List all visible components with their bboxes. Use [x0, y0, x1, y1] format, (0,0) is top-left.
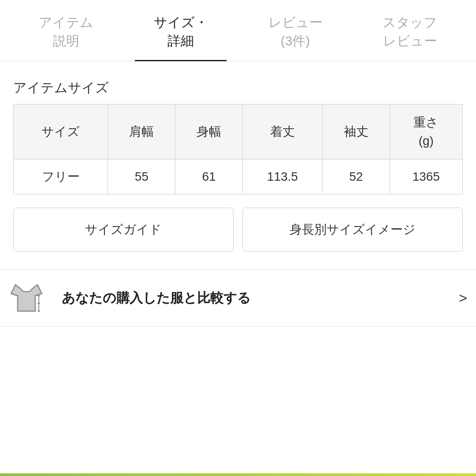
tab-staff-review[interactable]: スタッフレビュー	[353, 0, 467, 61]
tab-review[interactable]: レビュー(3件)	[238, 0, 353, 61]
compare-section[interactable]: あなたの購入した服と比較する >	[0, 269, 476, 327]
cell-weight: 1365	[390, 160, 462, 194]
main-content: アイテムサイズ サイズ 肩幅 身幅 着丈 袖丈 重さ(g) フリー 55 61 …	[0, 79, 476, 252]
tab-label-size-detail: サイズ・詳細	[154, 15, 208, 48]
button-row: サイズガイド 身長別サイズイメージ	[13, 208, 463, 252]
section-title: アイテムサイズ	[13, 79, 463, 97]
col-header-length: 着丈	[243, 104, 323, 160]
tab-navigation: アイテム説明 サイズ・詳細 レビュー(3件) スタッフレビュー	[0, 0, 476, 61]
cell-length: 113.5	[243, 160, 323, 194]
size-table: サイズ 肩幅 身幅 着丈 袖丈 重さ(g) フリー 55 61 113.5 52…	[13, 104, 463, 194]
col-header-shoulder: 肩幅	[108, 104, 175, 160]
table-row: フリー 55 61 113.5 52 1365	[14, 160, 463, 194]
cell-shoulder: 55	[108, 160, 175, 194]
compare-label: あなたの購入した服と比較する	[62, 289, 459, 307]
col-header-size: サイズ	[14, 104, 108, 160]
col-header-width: 身幅	[175, 104, 243, 160]
tab-item-description[interactable]: アイテム説明	[9, 0, 123, 61]
tab-label-description: アイテム説明	[39, 15, 93, 48]
table-header-row: サイズ 肩幅 身幅 着丈 袖丈 重さ(g)	[14, 104, 463, 160]
bottom-bar	[0, 473, 476, 476]
tshirt-icon	[9, 280, 48, 316]
tab-label-staff-review: スタッフレビュー	[383, 15, 437, 48]
cell-size: フリー	[14, 160, 108, 194]
col-header-weight: 重さ(g)	[390, 104, 462, 160]
tab-size-detail[interactable]: サイズ・詳細	[123, 0, 238, 61]
cell-width: 61	[175, 160, 243, 194]
size-guide-button[interactable]: サイズガイド	[13, 208, 234, 252]
cell-sleeve: 52	[322, 160, 390, 194]
tab-label-review: レビュー(3件)	[268, 15, 323, 48]
height-guide-button[interactable]: 身長別サイズイメージ	[242, 208, 463, 252]
compare-arrow-icon: >	[459, 290, 467, 306]
col-header-sleeve: 袖丈	[322, 104, 390, 160]
